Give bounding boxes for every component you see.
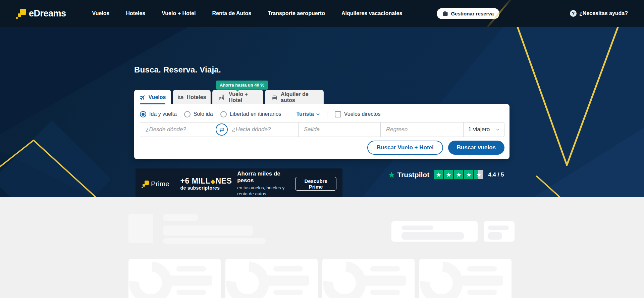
trustpilot-star-box-partial: ★ — [474, 170, 483, 179]
departure-input[interactable] — [304, 126, 375, 133]
tab-label: Hoteles — [187, 94, 206, 100]
travelers-value: 1 viajero — [468, 126, 490, 133]
plane-bed-icon — [219, 94, 226, 101]
prime-banner: Prime +6 MILL◆NES de subscriptores Ahorr… — [136, 168, 342, 197]
car-icon — [271, 94, 278, 100]
direct-flights-option[interactable]: Vuelos directos — [335, 111, 381, 117]
nav-item-hoteles[interactable]: Hoteles — [126, 10, 145, 16]
trip-type-multi-city[interactable]: Libertad en itinerarios — [220, 111, 281, 117]
radio-icon[interactable] — [220, 111, 227, 117]
trustpilot-rating: ★ Trustpilot ★ ★ ★ ★ ★ 4.4 / 5 — [388, 170, 504, 179]
travelers-dropdown[interactable]: 1 viajero — [463, 122, 504, 137]
product-tabs: Vuelos Hoteles Vuelo + Hotel Alquiler de… — [134, 90, 324, 104]
return-input[interactable] — [386, 126, 458, 133]
tab-label: Alquiler de autos — [281, 91, 317, 103]
diamond-icon: ◆ — [210, 178, 215, 185]
swap-icon: ⇄ — [219, 126, 224, 133]
edreams-logo-icon — [16, 8, 26, 19]
skeleton-offer-card — [128, 259, 221, 298]
main-nav: Vuelos Hoteles Vuelo + Hotel Renta de Au… — [92, 10, 402, 16]
trip-type-round-trip[interactable]: Ida y vuelta — [140, 111, 177, 117]
swap-origin-destination-button[interactable]: ⇄ — [216, 123, 228, 136]
tab-label: Vuelos — [149, 94, 166, 100]
prime-brand-name: Prime — [151, 180, 169, 188]
prime-stat-subtext: de subscriptores — [180, 186, 232, 191]
prime-subline: en tus vuelos, hoteles y renta de autos — [237, 185, 290, 197]
trip-type-label: Libertad en itinerarios — [230, 111, 281, 117]
trustpilot-stars: ★ ★ ★ ★ ★ — [434, 170, 483, 179]
radio-icon[interactable] — [184, 111, 191, 117]
destination-input[interactable] — [227, 126, 293, 133]
radio-selected-icon[interactable] — [140, 111, 146, 117]
top-nav: eDreams Vuelos Hoteles Vuelo + Hotel Ren… — [0, 0, 644, 27]
tab-vuelo-hotel[interactable]: Vuelo + Hotel — [212, 90, 263, 104]
trustpilot-brand-name: Trustpilot — [397, 171, 430, 179]
question-icon: ? — [570, 10, 577, 17]
manage-booking-label: Gestionar reserva — [451, 11, 494, 16]
origin-field[interactable] — [140, 122, 222, 137]
prime-subscribers-stat: +6 MILL◆NES de subscriptores — [180, 177, 232, 191]
prime-logo: Prime — [142, 180, 169, 188]
help-label: ¿Necesitas ayuda? — [579, 10, 628, 16]
content-loading-section — [0, 197, 644, 298]
search-fields: 1 viajero ⇄ — [140, 122, 504, 137]
prime-headline: Ahorra miles de pesos — [237, 170, 290, 184]
plane-icon — [140, 94, 146, 101]
trustpilot-star-box: ★ — [454, 170, 463, 179]
trustpilot-star-box: ★ — [434, 170, 443, 179]
skeleton-offer-card — [322, 259, 415, 298]
departure-field[interactable] — [298, 122, 380, 137]
bed-icon — [177, 94, 184, 100]
edreams-logo[interactable]: eDreams — [16, 8, 66, 19]
search-flight-hotel-button[interactable]: Buscar Vuelo + Hotel — [367, 141, 443, 155]
nav-item-transporte-aeropuerto[interactable]: Transporte aeropuerto — [268, 10, 325, 16]
destination-field[interactable] — [222, 122, 298, 137]
skeleton-thumbnail — [128, 214, 153, 243]
hero-section: Busca. Reserva. Viaja. Ahorra hasta un 4… — [0, 27, 644, 197]
search-flights-button[interactable]: Buscar vuelos — [448, 141, 504, 155]
nav-item-alquileres-vacacionales[interactable]: Alquileres vacacionales — [341, 10, 402, 16]
divider — [289, 110, 289, 118]
trustpilot-star-icon: ★ — [388, 171, 395, 179]
skeleton-offer-card — [225, 259, 318, 298]
discover-prime-button[interactable]: Descubre Prime — [295, 177, 336, 191]
tab-hoteles[interactable]: Hoteles — [173, 90, 211, 104]
tab-alquiler-autos[interactable]: Alquiler de autos — [265, 90, 324, 104]
divider — [175, 176, 175, 192]
manage-booking-button[interactable]: Gestionar reserva — [437, 8, 499, 19]
skeleton-line — [163, 226, 253, 236]
tab-vuelos[interactable]: Vuelos — [134, 90, 171, 104]
brand-name: eDreams — [29, 8, 66, 19]
trustpilot-score: 4.4 / 5 — [488, 171, 504, 178]
cabin-class-value: Turista — [297, 111, 314, 117]
skeleton-card — [391, 221, 478, 242]
cabin-class-dropdown[interactable]: Turista — [297, 111, 320, 117]
trustpilot-star-box: ★ — [444, 170, 453, 179]
nav-item-vuelo-hotel[interactable]: Vuelo + Hotel — [162, 10, 196, 16]
promo-tooltip: Ahorra hasta un 40 % — [216, 81, 268, 90]
skeleton-offer-card — [419, 259, 512, 298]
chevron-down-icon — [316, 113, 320, 115]
checkbox-icon[interactable] — [335, 111, 341, 117]
trip-type-one-way[interactable]: Solo ida — [184, 111, 213, 117]
direct-flights-label: Vuelos directos — [344, 111, 381, 117]
skeleton-cards-row — [128, 259, 512, 298]
divider — [327, 110, 327, 118]
nav-item-renta-autos[interactable]: Renta de Autos — [212, 10, 251, 16]
origin-input[interactable] — [146, 126, 216, 133]
prime-logo-icon — [142, 180, 149, 188]
trip-type-label: Solo ida — [194, 111, 213, 117]
skeleton-line — [163, 214, 198, 221]
prime-message: Ahorra miles de pesos en tus vuelos, hot… — [237, 170, 290, 197]
trip-type-label: Ida y vuelta — [149, 111, 177, 117]
briefcase-icon — [442, 11, 448, 16]
return-field[interactable] — [380, 122, 463, 137]
trustpilot-star-box: ★ — [464, 170, 473, 179]
hero-title: Busca. Reserva. Viaja. — [134, 65, 221, 74]
tab-label: Vuelo + Hotel — [229, 91, 257, 103]
flight-search-panel: Ida y vuelta Solo ida Libertad en itiner… — [134, 104, 509, 159]
skeleton-line — [163, 238, 266, 244]
nav-item-vuelos[interactable]: Vuelos — [92, 10, 110, 16]
help-link[interactable]: ? ¿Necesitas ayuda? — [570, 10, 628, 17]
skeleton-card — [484, 221, 515, 242]
